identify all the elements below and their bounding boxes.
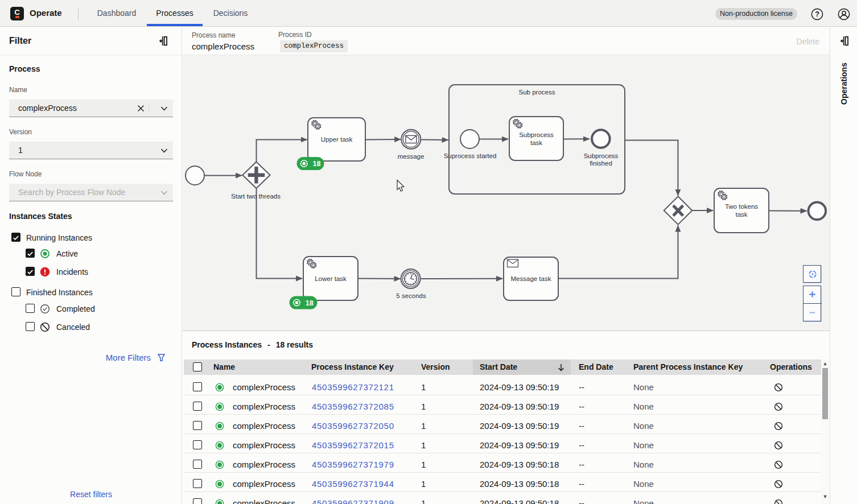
svg-text:?: ? [815,10,819,18]
svg-text:Lower task: Lower task [315,275,347,282]
svg-text:Two tokens: Two tokens [725,203,758,210]
svg-text:Upper task: Upper task [321,136,353,143]
svg-text:task: task [530,139,542,146]
svg-text:message: message [398,153,425,160]
svg-text:Message task: Message task [511,275,551,282]
svg-text:Subprocess: Subprocess [519,131,554,138]
svg-text:Sub process: Sub process [519,89,555,96]
svg-text:18: 18 [306,299,314,307]
svg-text:finished: finished [590,160,612,167]
svg-text:18: 18 [313,160,321,168]
svg-text:Start two threads: Start two threads [231,193,281,200]
svg-text:5 seconds: 5 seconds [396,292,426,299]
svg-text:Subprocess: Subprocess [584,152,619,159]
svg-text:Suprocess started: Suprocess started [444,152,497,159]
svg-text:task: task [735,211,747,218]
